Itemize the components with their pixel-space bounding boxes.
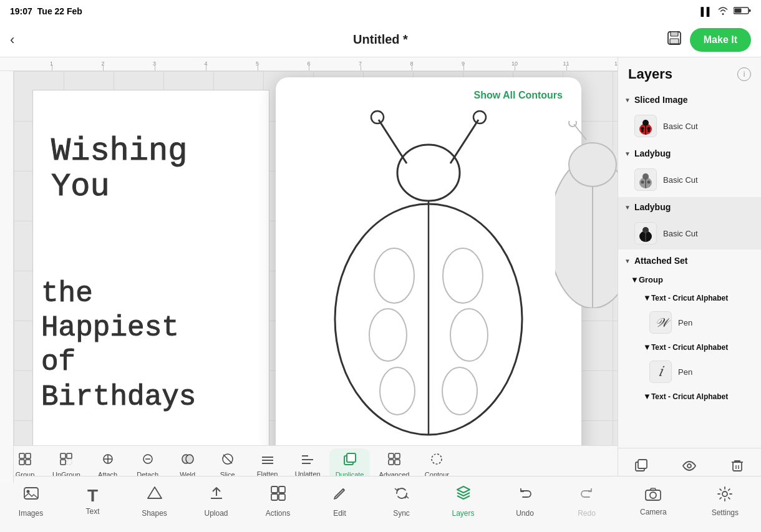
nav-actions[interactable]: Actions <box>253 485 303 518</box>
red-ladybug-thumb <box>634 115 657 137</box>
wifi-icon <box>717 6 729 17</box>
images-icon <box>22 485 40 506</box>
sliced-basic-cut-label: Basic Cut <box>663 122 698 131</box>
ruler-number: 9 <box>462 60 465 67</box>
text-cricut-alpha-2-group: ▼ Text - Cricut Alphabet 𝑖 Pen <box>618 338 761 387</box>
nav-edit[interactable]: Edit <box>315 485 365 518</box>
redo-icon <box>578 485 596 506</box>
text-cricut-alpha-1-group: ▼ Text - Cricut Alphabet 𝒲 Pen <box>618 289 761 338</box>
back-button[interactable]: ‹ <box>10 32 14 48</box>
ladybug-1-basic-cut-item[interactable]: Basic Cut <box>618 163 761 196</box>
svg-rect-61 <box>347 453 356 462</box>
svg-point-82 <box>647 130 650 132</box>
nav-images[interactable]: Images <box>6 485 56 518</box>
ladybug-2-basic-cut-label: Basic Cut <box>663 229 698 238</box>
ruler-horizontal: // Will render via JS below 123456789101… <box>0 57 618 71</box>
weld-icon <box>181 452 195 470</box>
svg-point-66 <box>432 454 442 464</box>
save-button[interactable] <box>666 30 682 49</box>
ruler-number: 1 <box>50 60 53 67</box>
svg-rect-41 <box>61 453 65 458</box>
text-alpha-2-pen-item[interactable]: 𝑖 Pen <box>637 356 761 387</box>
svg-point-35 <box>569 121 576 127</box>
slice-icon <box>221 452 235 470</box>
nav-shapes[interactable]: Shapes <box>130 485 180 518</box>
ruler-number: 3 <box>153 60 156 67</box>
nav-camera[interactable]: Camera <box>640 486 667 516</box>
group-subheader[interactable]: ▼ Group <box>618 271 761 289</box>
show-all-contours-button[interactable]: Show All Contours <box>473 90 563 101</box>
layers-panel-header: Layers i <box>618 57 761 90</box>
camera-icon <box>645 486 661 505</box>
images-label: Images <box>19 509 43 518</box>
svg-rect-73 <box>279 486 285 493</box>
nav-upload[interactable]: Upload <box>191 485 241 518</box>
ruler-number: 6 <box>307 60 310 67</box>
ruler-number: 11 <box>563 60 569 67</box>
ladybug-2-header[interactable]: ▼ Ladybug <box>618 197 761 217</box>
black-ladybug-thumb <box>634 222 657 244</box>
svg-rect-62 <box>389 453 394 458</box>
svg-point-79 <box>641 127 644 130</box>
svg-point-29 <box>450 309 488 361</box>
ruler-number: 7 <box>359 60 362 67</box>
sync-label: Sync <box>393 509 410 518</box>
upload-label: Upload <box>204 509 228 518</box>
ungroup-icon <box>59 452 73 470</box>
delete-layer-button[interactable] <box>724 452 751 480</box>
svg-line-34 <box>574 124 586 140</box>
chevron-down-icon: ▼ <box>643 342 651 352</box>
ladybug-1-label: Ladybug <box>634 148 671 158</box>
text-alpha-1-header[interactable]: ▼ Text - Cricut Alphabet <box>637 289 761 307</box>
canvas-grid: WishingYou theHappiestofBirthdays <box>14 71 618 483</box>
ruler-number: 12 <box>614 60 618 67</box>
gray-ladybug-thumb <box>634 168 657 191</box>
w-letter-thumb: 𝒲 <box>649 311 672 334</box>
svg-rect-5 <box>670 39 679 44</box>
svg-point-51 <box>186 455 193 463</box>
svg-rect-40 <box>26 460 31 465</box>
edit-label: Edit <box>333 509 346 518</box>
ruler-number: 2 <box>101 60 104 67</box>
nav-text[interactable]: T Text <box>68 487 118 516</box>
text-label: Text <box>85 507 99 516</box>
chevron-down-icon: ▼ <box>624 204 631 211</box>
visibility-layer-button[interactable] <box>676 452 703 480</box>
undo-label: Undo <box>516 509 534 518</box>
make-it-button[interactable]: Make It <box>690 28 751 52</box>
group-label: Group <box>639 275 663 284</box>
ladybug-2-basic-cut-item[interactable]: Basic Cut <box>618 217 761 249</box>
duplicate-layer-button[interactable] <box>628 452 656 480</box>
info-button[interactable]: i <box>737 67 751 81</box>
layers-nav-label: Layers <box>452 509 474 518</box>
wishing-text: WishingYou <box>51 133 187 205</box>
sliced-basic-cut-item[interactable]: Basic Cut <box>618 110 761 142</box>
svg-point-22 <box>473 111 486 123</box>
attached-set-header[interactable]: ▼ Attached Set <box>618 251 761 271</box>
redo-label: Redo <box>578 509 596 518</box>
svg-rect-39 <box>19 460 24 465</box>
ladybug-1-header[interactable]: ▼ Ladybug <box>618 143 761 163</box>
nav-sync[interactable]: Sync <box>377 485 427 518</box>
ladybug-popup: Show All Contours <box>276 77 581 483</box>
svg-rect-94 <box>733 462 742 471</box>
text-cricut-alpha-3-group: ▼ Text - Cricut Alphabet <box>618 387 761 405</box>
text-alpha-1-pen-item[interactable]: 𝒲 Pen <box>637 307 761 338</box>
duplicate-icon <box>343 452 357 470</box>
text-alpha-2-header[interactable]: ▼ Text - Cricut Alphabet <box>637 338 761 356</box>
sliced-image-header[interactable]: ▼ Sliced Image <box>618 90 761 110</box>
battery-icon <box>734 6 751 17</box>
text-alpha-1-label: Text - Cricut Alphabet <box>651 294 728 302</box>
bottom-nav: Images T Text Shapes Upload <box>0 476 618 532</box>
canvas-area[interactable]: WishingYou theHappiestofBirthdays <box>14 71 618 483</box>
nav-layers[interactable]: Layers <box>439 485 488 518</box>
svg-point-68 <box>26 490 29 493</box>
svg-point-26 <box>374 248 414 303</box>
nav-settings[interactable]: Settings <box>712 486 739 517</box>
text-alpha-3-header[interactable]: ▼ Text - Cricut Alphabet <box>637 387 761 405</box>
nav-redo[interactable]: Redo <box>562 485 612 518</box>
nav-undo[interactable]: Undo <box>500 485 550 518</box>
svg-rect-74 <box>271 494 278 500</box>
svg-marker-69 <box>148 487 162 498</box>
chevron-down-icon: ▼ <box>643 293 651 302</box>
